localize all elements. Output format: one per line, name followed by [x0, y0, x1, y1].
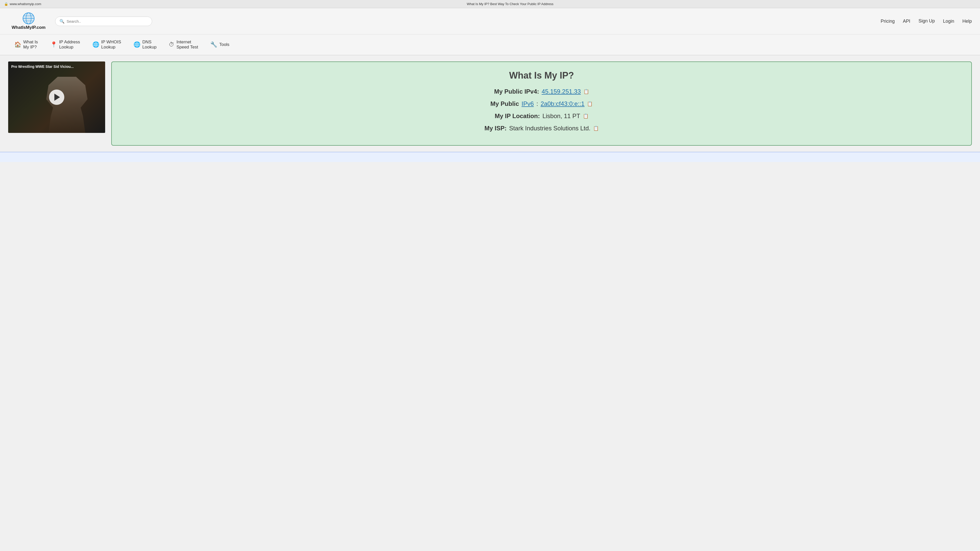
bottom-section: [0, 152, 980, 162]
ipv6-label: My Public: [490, 100, 519, 107]
tools-icon: 🔧: [210, 41, 217, 48]
ipv6-row: My Public IPv6 : 2a0b:cf43:0:e::1 📋: [122, 100, 961, 107]
ipv6-copy-icon[interactable]: 📋: [587, 101, 593, 106]
url-text: www.whatismyip.com: [10, 2, 41, 6]
ipv4-row: My Public IPv4: 45.159.251.33 📋: [122, 88, 961, 95]
logo-area[interactable]: WhatIsMyIP.com: [8, 12, 49, 30]
isp-row: My ISP: Stark Industries Solutions Ltd. …: [122, 125, 961, 132]
nav-links: Pricing API Sign Up Login Help: [881, 18, 972, 24]
home-icon: 🏠: [14, 41, 21, 48]
header: WhatIsMyIP.com 🔍 Pricing API Sign Up Log…: [0, 8, 980, 35]
location-row: My IP Location: Lisbon, 11 PT 📋: [122, 113, 961, 120]
location-copy-icon[interactable]: 📋: [583, 113, 589, 119]
search-icon: 🔍: [59, 19, 65, 24]
ipv4-copy-icon[interactable]: 📋: [584, 89, 589, 94]
isp-value: Stark Industries Solutions Ltd.: [509, 125, 590, 132]
search-bar[interactable]: 🔍: [55, 17, 152, 26]
location-value: Lisbon, 11 PT: [542, 113, 580, 120]
subnav-ip-address-lookup[interactable]: 📍 IP Address Lookup: [44, 38, 86, 52]
subnav-tools[interactable]: 🔧 Tools: [204, 39, 235, 50]
subnav-ip-whois-lookup[interactable]: 🌐 IP WHOIS Lookup: [86, 38, 127, 52]
dns-icon: 🌐: [134, 41, 140, 48]
search-input[interactable]: [67, 19, 148, 24]
ipv6-link[interactable]: IPv6: [522, 100, 534, 107]
video-thumbnail[interactable]: Pro Wrestling WWE Star Sid Viciou...: [8, 62, 105, 133]
subnav-ip-address-lookup-label: IP Address Lookup: [59, 40, 80, 50]
ipv6-colon: :: [536, 100, 538, 107]
location-label: My IP Location:: [495, 113, 540, 120]
play-triangle-icon: [54, 94, 60, 101]
ipv4-value[interactable]: 45.159.251.33: [542, 88, 581, 95]
subnav-dns-lookup[interactable]: 🌐 DNS Lookup: [127, 38, 163, 52]
subnav-internet-speed-test-label: Internet Speed Test: [177, 40, 198, 50]
subnav-dns-lookup-label: DNS Lookup: [142, 40, 157, 50]
subnav-what-is-my-ip[interactable]: 🏠 What Is My IP?: [8, 38, 44, 52]
page-title: What Is My IP? Best Way To Check Your Pu…: [45, 2, 976, 6]
sub-nav: 🏠 What Is My IP? 📍 IP Address Lookup 🌐 I…: [0, 35, 980, 56]
isp-label: My ISP:: [484, 125, 507, 132]
speedometer-icon: ⏱: [169, 41, 174, 48]
subnav-internet-speed-test[interactable]: ⏱ Internet Speed Test: [162, 38, 204, 52]
nav-help[interactable]: Help: [963, 19, 972, 24]
video-caption: Pro Wrestling WWE Star Sid Viciou...: [11, 65, 74, 68]
url-section: 🔒 www.whatismyip.com: [4, 2, 41, 6]
ipv6-value[interactable]: 2a0b:cf43:0:e::1: [541, 100, 584, 107]
globe-icon: 🌐: [92, 41, 99, 48]
play-button[interactable]: [49, 89, 64, 105]
ip-info-box: What Is My IP? My Public IPv4: 45.159.25…: [111, 62, 972, 146]
isp-copy-icon[interactable]: 📋: [593, 125, 599, 131]
browser-bar: 🔒 www.whatismyip.com What Is My IP? Best…: [0, 0, 980, 8]
main-content: Pro Wrestling WWE Star Sid Viciou... Wha…: [0, 56, 980, 152]
nav-sign-up[interactable]: Sign Up: [918, 18, 935, 24]
ip-info-title: What Is My IP?: [122, 70, 961, 81]
ipv4-label: My Public IPv4:: [494, 88, 539, 95]
subnav-ip-whois-lookup-label: IP WHOIS Lookup: [101, 40, 121, 50]
subnav-tools-label: Tools: [219, 42, 229, 47]
nav-login[interactable]: Login: [943, 19, 954, 24]
subnav-what-is-my-ip-label: What Is My IP?: [23, 40, 38, 50]
logo-icon: [22, 12, 35, 24]
pin-icon: 📍: [50, 41, 57, 48]
wrestler-silhouette: [44, 77, 90, 133]
nav-api[interactable]: API: [903, 19, 910, 24]
lock-icon: 🔒: [4, 2, 8, 6]
logo-text: WhatIsMyIP.com: [12, 25, 46, 30]
nav-pricing[interactable]: Pricing: [881, 19, 895, 24]
